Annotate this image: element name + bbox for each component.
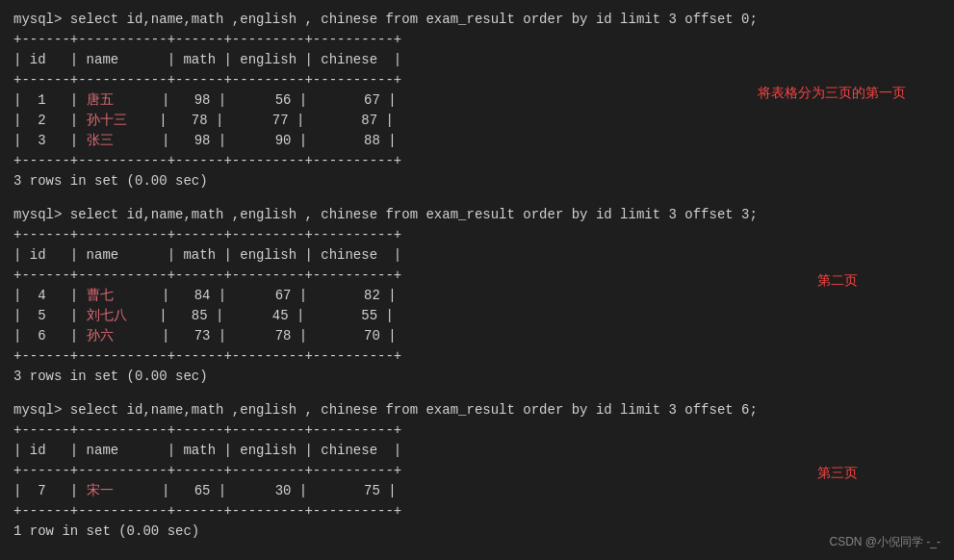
command-line-1: mysql> select id,name,math ,english , ch… <box>13 10 941 30</box>
header-2: | id | name | math | english | chinese | <box>13 245 941 266</box>
separator-2b: +------+-----------+------+---------+---… <box>13 266 941 286</box>
row-1-3: | 3 | 张三 | 98 | 90 | 88 | <box>13 131 941 151</box>
result-3: 1 row in set (0.00 sec) <box>13 522 941 542</box>
separator-3a: +------+-----------+------+---------+---… <box>13 420 941 441</box>
row-3-1: | 7 | 宋一 | 65 | 30 | 75 | <box>13 481 941 501</box>
row-2-2: | 5 | 刘七八 | 85 | 45 | 55 | <box>13 306 941 326</box>
header-1: | id | name | math | english | chinese | <box>13 50 941 70</box>
separator-2a: +------+-----------+------+---------+---… <box>13 225 941 245</box>
annotation-page3: 第三页 <box>817 465 858 482</box>
separator-3b: +------+-----------+------+---------+---… <box>13 461 941 481</box>
separator-1a: +------+-----------+------+---------+---… <box>13 30 941 50</box>
row-2-3: | 6 | 孙六 | 73 | 78 | 70 | <box>13 326 941 346</box>
separator-1c: +------+-----------+------+---------+---… <box>13 151 941 171</box>
result-1: 3 rows in set (0.00 sec) <box>13 171 941 191</box>
footer-credit: CSDN @小倪同学 -_- <box>829 534 941 550</box>
separator-3c: +------+-----------+------+---------+---… <box>13 501 941 522</box>
header-3: | id | name | math | english | chinese | <box>13 441 941 461</box>
annotation-page2: 第二页 <box>817 272 858 290</box>
row-2-1: | 4 | 曹七 | 84 | 67 | 82 | <box>13 286 941 306</box>
query-block-3: mysql> select id,name,math ,english , ch… <box>13 400 941 542</box>
command-line-3: mysql> select id,name,math ,english , ch… <box>13 400 941 420</box>
row-1-2: | 2 | 孙十三 | 78 | 77 | 87 | <box>13 111 941 131</box>
annotation-page1: 将表格分为三页的第一页 <box>758 85 906 102</box>
query-block-2: mysql> select id,name,math ,english , ch… <box>13 205 941 387</box>
separator-2c: +------+-----------+------+---------+---… <box>13 346 941 367</box>
command-line-2: mysql> select id,name,math ,english , ch… <box>13 205 941 225</box>
result-2: 3 rows in set (0.00 sec) <box>13 367 941 387</box>
